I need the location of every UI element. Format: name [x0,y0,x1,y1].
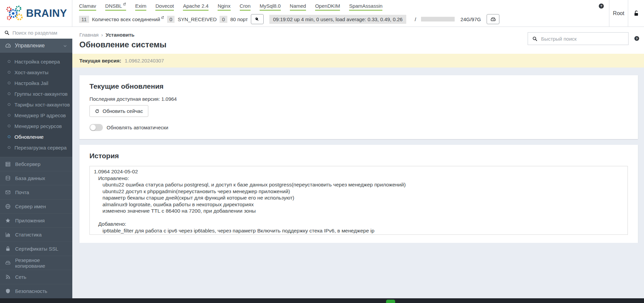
sidebar-item-backup[interactable]: Резервное копирование [0,256,72,270]
changelog-box[interactable]: 1.0964 2024-05-02 Исправлено: ubuntu22 о… [89,166,628,235]
sidebar-item-database[interactable]: База данных [0,171,72,185]
main-content: Главная › Установить Обновление системы … [72,27,644,298]
chart-icon [5,232,11,237]
sidebar-item-server-settings[interactable]: Настройка сервера [0,56,72,67]
sidebar-item-server-reboot[interactable]: Перезагрузка сервера [0,142,72,153]
search-icon [532,36,537,41]
disk-mount-label: / [415,16,416,22]
service-link-dovecot[interactable]: Dovecot [155,3,174,11]
content-header: Главная › Установить Обновление системы … [72,27,644,54]
service-link-spamassassin[interactable]: SpamAssassin [349,3,382,11]
brand-name: BRAINY [26,7,67,19]
sidebar-section-management[interactable]: Управление [0,39,72,53]
green-indicator [386,300,395,303]
lock-icon [5,246,11,252]
sidebar-item-mail[interactable]: Почта [0,185,72,199]
bottom-bar [0,298,644,303]
service-link-nginx[interactable]: Nginx [218,3,230,11]
svg-text:?: ? [600,4,602,8]
service-link-apache[interactable]: Apache 2.4 [183,3,209,11]
sidebar-search [0,27,72,39]
auto-update-row: Обновлять автоматически [89,124,628,131]
uptime-status: 09:19:02 up 4 min, 0 users, load average… [269,15,406,24]
syn-count-badge: 0 [167,16,175,23]
disk-usage-label: 24G/97G [460,16,481,22]
globe-icon [5,204,11,209]
sidebar-item-host-groups[interactable]: Группы хост-аккаунтов [0,88,72,99]
auto-update-toggle[interactable] [89,124,103,131]
disk-progress-bar [421,17,455,21]
question-circle-icon: ? [598,3,604,9]
quick-search-input[interactable] [541,36,624,42]
logout-lock-button[interactable] [628,0,644,27]
connections-count-badge: 11 [79,16,89,23]
bullet-icon [8,135,10,138]
brand-logo[interactable]: BRAINY [0,0,72,27]
page-help-button[interactable]: ? [634,36,640,41]
sidebar: Управление Настройка сервера Хост-аккаун… [0,27,72,298]
bullet-icon [8,71,10,74]
connections-label[interactable]: Количество всех соединений [92,16,164,22]
auto-update-label: Обновлять автоматически [107,125,168,130]
latest-version-text: Последняя доступная версия: 1.0964 [89,96,628,102]
sidebar-item-webserver[interactable]: Вебсервер [0,157,72,171]
sidebar-item-jail-settings[interactable]: Настройка Jail [0,78,72,88]
sidebar-item-nameserver[interactable]: Сервер имен [0,199,72,213]
service-link-clamav[interactable]: Clamav [79,3,96,11]
search-icon [4,30,9,35]
plug-icon [254,16,260,22]
refresh-icon [95,109,100,114]
sidebar-item-security[interactable]: Безопасность [0,284,72,298]
brain-gears-icon [5,5,25,22]
app-root: BRAINY Clamav DNSBL Exim Dovecot Apache … [0,0,644,303]
service-link-exim[interactable]: Exim [135,3,146,11]
service-link-opendkim[interactable]: OpenDKIM [315,3,340,11]
sidebar-section-label: Управление [15,43,45,49]
sidebar-item-statistics[interactable]: Статистика [0,227,72,242]
sidebar-item-update[interactable]: Обновление [0,131,72,142]
sidebar-search-input[interactable] [12,30,68,36]
service-link-dnsbl[interactable]: DNSBL [105,3,126,11]
help-button[interactable]: ? [598,3,604,9]
svg-text:?: ? [636,37,638,40]
sidebar-item-ip-manager[interactable]: Менеджер IP адресов [0,110,72,121]
update-now-button[interactable]: Обновить сейчас [89,105,148,117]
service-links: Clamav DNSBL Exim Dovecot Apache 2.4 Ngi… [79,3,602,11]
top-bar: BRAINY Clamav DNSBL Exim Dovecot Apache … [0,0,644,27]
history-card: История 1.0964 2024-05-02 Исправлено: ub… [79,145,638,243]
bullet-icon [8,114,10,117]
sidebar-item-ssl-certificates[interactable]: Сертификаты SSL [0,242,72,256]
bullet-icon [8,125,10,127]
syn-label: SYN_RECEIVED [178,16,217,22]
external-link-icon [161,16,164,19]
breadcrumb-home[interactable]: Главная [79,32,99,38]
shield-icon [5,288,11,294]
unlock-icon [633,10,639,16]
service-link-mysql[interactable]: MySql8.0 [260,3,281,11]
quick-search [528,32,629,45]
sidebar-main-menu: Вебсервер База данных Почта Сервер имен … [0,157,72,298]
sidebar-item-resource-manager[interactable]: Менеджер ресурсов [0,121,72,131]
service-link-named[interactable]: Named [290,3,306,11]
cards-area: Текущие обновления Последняя доступная в… [72,68,644,243]
bullet-icon [8,82,10,84]
server-icon [5,161,11,167]
service-link-cron[interactable]: Cron [240,3,251,11]
sidebar-item-host-tariffs[interactable]: Тарифы хост-аккаунтов [0,99,72,110]
sidebar-item-applications[interactable]: Приложения [0,213,72,227]
user-menu[interactable]: Root [609,0,628,27]
hdd-icon [5,260,11,266]
breadcrumb-current: Установить [106,32,135,38]
status-row: 11 Количество всех соединений 0 SYN_RECE… [79,14,602,24]
star-icon [5,218,11,223]
connections-plug-button[interactable] [251,14,264,24]
current-version-banner: Текущая версия: 1.0962.20240307 [72,54,644,68]
hdd-icon [490,16,496,22]
sidebar-item-host-accounts[interactable]: Хост-аккаунты [0,67,72,78]
history-card-title: История [89,152,628,160]
disk-info-button[interactable] [487,14,499,24]
external-link-icon [123,2,126,6]
bullet-icon [8,103,10,106]
port-label: 80 порт [230,16,248,22]
sidebar-item-network[interactable]: Сеть [0,270,72,284]
